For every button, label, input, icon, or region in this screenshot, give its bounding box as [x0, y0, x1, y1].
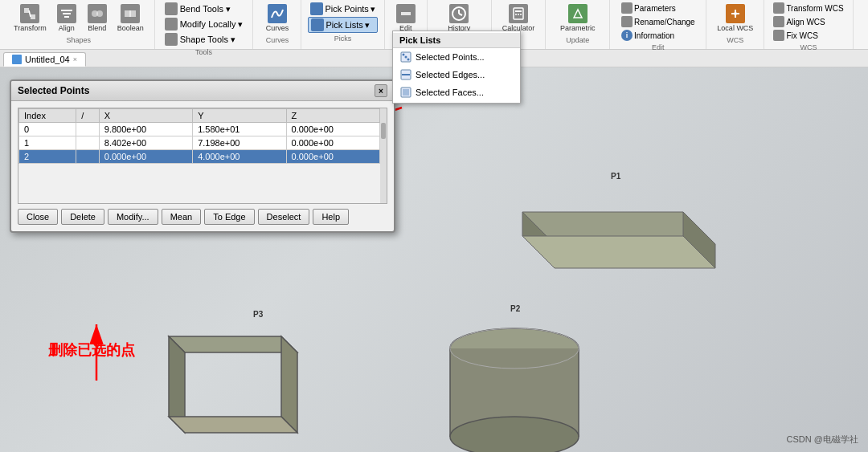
bend-tools-arrow: ▾ [226, 4, 231, 14]
curves-label: Curves [266, 24, 289, 32]
selected-edges-label: Selected Edges... [416, 70, 485, 79]
pick-lists-icon [311, 18, 324, 31]
delete-button[interactable]: Delete [61, 209, 104, 225]
svg-point-17 [518, 14, 519, 15]
dialog-buttons: Close Delete Modify... Mean To Edge Dese… [18, 209, 387, 225]
tab-close-button[interactable]: × [73, 55, 77, 63]
cell-index-1: 1 [19, 136, 76, 150]
deselect-button[interactable]: Deselect [258, 209, 310, 225]
col-slash: / [76, 109, 100, 123]
align-icon [57, 4, 76, 23]
local-wcs-button[interactable]: Local WCS [713, 2, 757, 35]
calculator-button[interactable]: Calculator [498, 2, 539, 35]
cell-z-1: 0.000e+00 [286, 136, 379, 150]
wcs-group-label: WCS [800, 43, 817, 51]
information-label: Information [634, 31, 674, 40]
align-wcs-button[interactable]: Align WCS [771, 15, 845, 28]
local-wcs-label: Local WCS [717, 24, 753, 32]
information-icon: i [621, 30, 633, 41]
parameters-icon [621, 2, 633, 14]
table-row[interactable]: 0 9.800e+00 1.580e+01 0.000e+00 [19, 123, 387, 136]
pick-points-button[interactable]: Pick Points ▾ [308, 2, 377, 16]
local-wcs-icon [726, 4, 745, 23]
cell-x-0: 9.800e+00 [99, 123, 192, 136]
selected-points-label: Selected Points... [416, 52, 485, 62]
parameters-label: Parameters [634, 4, 676, 13]
modify-locally-button[interactable]: Modify Locally ▾ [162, 17, 247, 31]
selected-points-dialog: Selected Points × Index / X Y Z [10, 79, 395, 233]
parametric-group: Parametric Update [546, 0, 610, 49]
bend-tools-button[interactable]: Bend Tools ▾ [162, 2, 234, 16]
curves-group-label: Curves [266, 36, 289, 44]
svg-point-42 [450, 417, 579, 452]
blend-button[interactable]: Blend [83, 2, 112, 35]
close-button[interactable]: Close [18, 209, 58, 225]
shape-tools-arrow: ▾ [231, 35, 235, 45]
selected-faces-item[interactable]: Selected Faces... [393, 83, 520, 101]
table-container[interactable]: Index / X Y Z 0 9.800e+00 [18, 108, 387, 204]
pick-lists-button[interactable]: Pick Lists ▾ [308, 17, 377, 33]
cell-y-2: 4.000e+00 [193, 150, 286, 164]
transform-wcs-label: Transform WCS [786, 4, 843, 13]
to-edge-button[interactable]: To Edge [204, 209, 254, 225]
svg-rect-15 [515, 10, 522, 12]
history-button[interactable]: History [444, 2, 474, 35]
tab-label: Untitled_04 [25, 55, 70, 64]
align-wcs-icon [773, 16, 784, 27]
curves-group: Curves Curves [253, 0, 301, 49]
canvas-area[interactable]: P1 P3 P2 [0, 67, 868, 452]
parametric-icon [568, 4, 588, 23]
curves-button[interactable]: Curves [262, 2, 293, 35]
svg-rect-29 [403, 89, 409, 96]
selected-points-item[interactable]: Selected Points... [393, 48, 520, 66]
col-index: Index [19, 109, 76, 123]
shapes-group: Transform Align Blend Boolean S [3, 0, 155, 49]
curves-icon [268, 4, 287, 23]
modify-button[interactable]: Modify... [108, 209, 158, 225]
help-button[interactable]: Help [313, 209, 349, 225]
transform-button[interactable]: Transform [10, 2, 51, 35]
selected-edges-icon [399, 68, 412, 81]
pick-lists-arrow: ▾ [365, 20, 370, 31]
modify-locally-arrow: ▾ [238, 19, 243, 30]
svg-point-24 [405, 56, 407, 59]
selected-edges-item[interactable]: Selected Edges... [393, 66, 520, 83]
shape-tools-label: Shape Tools [180, 35, 228, 44]
shape-tools-button[interactable]: Shape Tools ▾ [162, 32, 239, 47]
box-object [153, 304, 346, 452]
edit-button[interactable]: Edit [391, 2, 420, 35]
svg-marker-33 [522, 236, 715, 268]
boolean-button[interactable]: Boolean [113, 2, 148, 35]
col-x: X [99, 109, 192, 123]
parametric-label: Parametric [560, 24, 596, 32]
edit-icon [396, 4, 416, 23]
shape-tools-icon [165, 33, 178, 46]
information-button[interactable]: i Information [619, 29, 698, 42]
modify-locally-label: Modify Locally [180, 19, 236, 29]
align-button[interactable]: Align [52, 2, 81, 35]
rename-button[interactable]: Rename/Change [619, 15, 698, 28]
dialog-close-button[interactable]: × [375, 84, 387, 97]
table-row-selected[interactable]: 2 0.000e+00 4.000e+00 0.000e+00 [19, 150, 387, 164]
transform-label: Transform [14, 24, 47, 32]
svg-line-13 [459, 14, 462, 15]
transform-wcs-button[interactable]: Transform WCS [771, 2, 845, 14]
pick-points-icon [310, 2, 323, 15]
cell-slash-2 [76, 150, 100, 164]
pick-lists-dropdown: Pick Lists Selected Points... Selected E… [392, 31, 521, 104]
svg-point-23 [403, 54, 405, 56]
mean-button[interactable]: Mean [162, 209, 202, 225]
fix-wcs-button[interactable]: Fix WCS [771, 29, 845, 42]
scrollbar[interactable] [380, 108, 387, 203]
svg-rect-9 [129, 10, 136, 17]
tab-untitled04[interactable]: Untitled_04 × [3, 52, 86, 67]
pick-lists-label: Pick Lists [326, 20, 362, 30]
transform-wcs-icon [773, 2, 784, 14]
cell-index-0: 0 [19, 123, 76, 136]
parametric-button[interactable]: Parametric [556, 2, 600, 35]
edit2-group-label: Edit [652, 43, 665, 51]
col-y: Y [193, 109, 286, 123]
scroll-thumb [381, 123, 386, 139]
table-row[interactable]: 1 8.402e+00 7.198e+00 0.000e+00 [19, 136, 387, 150]
parameters-button[interactable]: Parameters [619, 2, 698, 14]
